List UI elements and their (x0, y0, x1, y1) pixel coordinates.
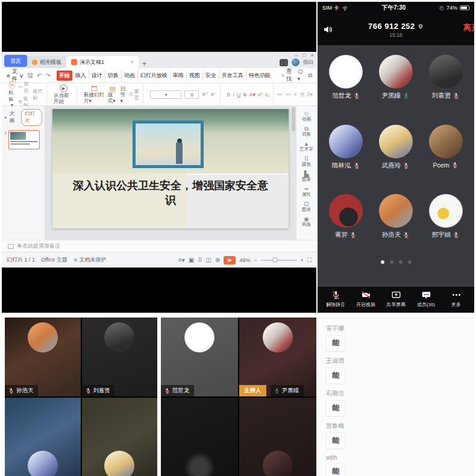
save-icon[interactable]: 🖫 (27, 72, 33, 79)
tab-close-icon[interactable]: × (131, 59, 134, 65)
participant-jiangyi[interactable]: 蒋羿 (321, 194, 371, 258)
chat-bubble[interactable]: 能 (326, 400, 345, 416)
video-tile-sunhaotian[interactable]: 孙浩天 (5, 318, 81, 396)
paste-button[interactable]: ⎘粘贴▾ (8, 81, 16, 108)
undo-icon[interactable]: ↶ (37, 72, 42, 79)
members-button[interactable]: 成员(36) (412, 290, 440, 308)
font-color-button[interactable]: A▾ (249, 92, 256, 98)
maximize-icon[interactable]: □ (302, 52, 305, 58)
video-tile-suilinhong[interactable] (5, 398, 81, 476)
subscript-button[interactable]: x₂ (265, 92, 270, 98)
bullet-list-icon[interactable]: ≔ (277, 91, 283, 98)
comment-view-icon[interactable]: ⊕ (215, 257, 220, 263)
layout-button[interactable]: ▤版式▾ (108, 86, 117, 104)
video-tile-unlabeled[interactable] (161, 398, 238, 476)
notes-toggle-icon[interactable]: ≡▾ (178, 257, 185, 263)
reading-view-icon[interactable]: ◫ (206, 257, 211, 263)
slideshow-play-button[interactable]: ▶ (224, 256, 236, 265)
participant-suilinhong[interactable]: 隋林泓 (321, 125, 371, 189)
ribbon-tab-features[interactable]: 特色功能 (246, 70, 273, 81)
minimize-icon[interactable]: − (295, 52, 298, 58)
cut-button[interactable]: ✂ 剪切 (19, 81, 30, 94)
sidebar-properties[interactable]: ≖属性 (302, 186, 311, 197)
more-button[interactable]: 更多 (442, 290, 471, 308)
grid-view-icon[interactable]: ⠿ (198, 257, 202, 263)
reset-button[interactable]: ⊡ 重置 (129, 88, 140, 101)
zoom-slider-knob[interactable] (272, 257, 278, 263)
format-painter-button[interactable]: 格式刷 (33, 88, 43, 101)
sidebar-transition[interactable]: ⧉切换 (302, 126, 311, 137)
slide-thumbnail[interactable] (8, 130, 40, 149)
sidebar-style[interactable]: ◉风格 (302, 216, 311, 227)
play-from-current-button[interactable]: ▶从当前开始 (54, 84, 74, 104)
notes-bar[interactable]: 单击此处添加备注 (2, 240, 316, 252)
sidebar-animation[interactable]: ✩动画 (302, 111, 311, 122)
chat-bubble[interactable]: 能 (326, 335, 345, 351)
chat-bubble[interactable]: 能 (326, 368, 345, 384)
ribbon-tab-slideshow[interactable]: 幻灯片放映 (137, 70, 170, 81)
canvas-scrollbar[interactable] (292, 107, 295, 131)
chat-bubble[interactable]: 能 (326, 433, 345, 449)
participant-poem[interactable]: Poem (421, 125, 471, 189)
ribbon-tab-security[interactable]: 安全 (202, 70, 219, 81)
participant-liujiaxian[interactable]: 刘嘉贤 (421, 55, 471, 119)
ribbon-tab-insert[interactable]: 插入 (72, 70, 89, 81)
underline-button[interactable]: U (237, 92, 241, 98)
bold-button[interactable]: B (227, 92, 231, 98)
leave-meeting-button[interactable]: 离开 (463, 22, 474, 33)
participant-sunhaotian[interactable]: 孙浩天 (371, 194, 421, 258)
participant-wuyanling[interactable]: 武燕玲 (371, 125, 421, 189)
section-button[interactable]: ⊟节▾ (121, 86, 127, 104)
speaker-icon[interactable] (322, 24, 333, 35)
zoom-in-icon[interactable]: + (301, 257, 304, 263)
share-screen-button[interactable]: 共享屏幕 (381, 290, 410, 308)
participant-fanshilong[interactable]: 范世龙 (321, 55, 371, 119)
message-icon[interactable]: 🗨▾ (297, 69, 303, 82)
zoom-slider[interactable] (261, 260, 297, 261)
slides-tab[interactable]: 幻灯片 (21, 109, 42, 126)
sidebar-color[interactable]: ⠿颜色 (302, 156, 311, 167)
video-tile-wuyanling[interactable] (82, 398, 158, 476)
sidebar-chart[interactable]: ▙图表 (302, 171, 311, 182)
italic-button[interactable]: I (233, 92, 235, 98)
participant-yinheitong[interactable]: 尹黑瞳 (371, 55, 421, 119)
outline-tab[interactable]: 大纲 (10, 110, 19, 125)
strikethrough-button[interactable]: S (243, 92, 247, 98)
slide-canvas[interactable]: 深入认识公共卫生安全，增强国家安全意识 (45, 106, 296, 240)
zoom-percent[interactable]: 49% (239, 257, 250, 263)
theme-name[interactable]: Office 主题 (41, 256, 67, 264)
tab-home[interactable]: 首页 (4, 55, 27, 67)
columns-icon[interactable]: ‖▾ (307, 91, 313, 98)
zoom-out-icon[interactable]: − (254, 257, 257, 263)
video-tile-yinheitong[interactable]: 主持人 尹黑瞳 (239, 318, 316, 396)
user-avatar[interactable] (292, 58, 299, 66)
normal-view-icon[interactable]: ▣ (189, 257, 194, 263)
tab-docer-templates[interactable]: 稻壳模板 (27, 56, 66, 68)
slide-title-text[interactable]: 深入认识公共卫生安全，增强国家安全意识 (52, 178, 289, 208)
video-tile-liujiaxian[interactable]: 刘嘉贤 (82, 318, 158, 396)
start-video-button[interactable]: 开启视频 (351, 290, 380, 308)
superscript-button[interactable]: x² (258, 92, 263, 98)
unmute-button[interactable]: 解除静音 (321, 290, 350, 308)
redo-icon[interactable]: ↷ (45, 72, 50, 79)
slide[interactable]: 深入认识公共卫生安全，增强国家安全意识 (52, 109, 289, 228)
new-slide-button[interactable]: 🗔新建幻灯片▾ (84, 86, 105, 104)
chat-bubble[interactable]: 能 (326, 463, 345, 476)
fullscreen-icon[interactable]: ⛶ (307, 257, 312, 264)
search-button[interactable]: 查找 (281, 67, 294, 83)
ribbon-tab-devtools[interactable]: 开发工具 (219, 70, 246, 81)
ribbon-tab-animation[interactable]: 动画 (121, 70, 137, 81)
pagination-dots[interactable] (318, 258, 474, 287)
close-icon[interactable]: × (311, 52, 314, 58)
increase-font-icon[interactable]: A⁺ (202, 92, 208, 97)
ribbon-tab-transition[interactable]: 切换 (105, 70, 121, 81)
share-icon[interactable]: ⧉ (308, 72, 312, 79)
video-tile-fanshilong[interactable]: 范世龙 (161, 318, 238, 396)
font-family-select[interactable]: ▾ (150, 90, 181, 99)
video-tile-unlabeled[interactable] (239, 398, 316, 476)
ribbon-tab-design[interactable]: 设计 (89, 70, 105, 81)
sidebar-gallery[interactable]: ⊡图库 (302, 201, 311, 212)
align-center-icon[interactable]: ≣ (299, 91, 304, 98)
ribbon-tab-review[interactable]: 审阅 (170, 70, 186, 81)
app-grid-icon[interactable]: ⋮⋮ (280, 59, 288, 66)
